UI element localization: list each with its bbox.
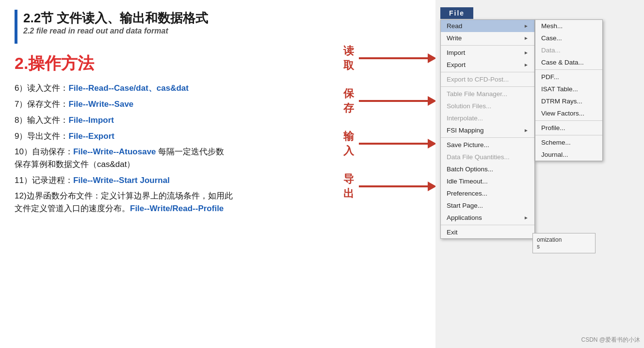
arrow-import-line — [359, 139, 436, 149]
menu-item-start-page[interactable]: Start Page... — [441, 199, 534, 212]
menu-item-save-picture[interactable]: Save Picture... — [441, 139, 534, 151]
section-header: 2.2节 文件读入、输出和数据格式 2.2 file read in read … — [15, 10, 325, 44]
arrow-export-line — [359, 182, 436, 191]
submenu-item-isat-table[interactable]: ISAT Table... — [535, 83, 602, 95]
menu-item-fsi-mapping[interactable]: FSI Mapping ► — [441, 124, 534, 136]
content-list: 6）读入文件：File--Read--Case/dat、cas&dat 7）保存… — [15, 82, 325, 216]
list-item-10b: 保存算例和数据文件（cas&dat） — [15, 158, 325, 172]
arrow-read-label: 读 取 — [330, 44, 354, 73]
submenu-item-pdf[interactable]: PDF... — [535, 71, 602, 83]
menu-item-export-cfd: Export to CFD-Post... — [441, 73, 534, 85]
submenu-item-mesh[interactable]: Mesh... — [535, 20, 602, 32]
menu-item-write[interactable]: Write ► — [441, 32, 534, 44]
arrow-save-label: 保 存 — [330, 86, 354, 116]
watermark: CSDN @爱看书的小沐 — [581, 336, 640, 344]
menu-item-solution-files: Solution Files... — [441, 100, 534, 112]
submenu-divider-2 — [535, 120, 602, 121]
arrow-save: 保 存 — [330, 86, 436, 116]
arrow-export-label: 导 出 — [330, 172, 354, 201]
list-item-7: 7）保存文件：File--Write--Save — [15, 98, 325, 112]
file-dropdown-menu: Read ► Write ► Import ► Export ► Export … — [440, 19, 535, 239]
customization-line-1: omization — [537, 236, 591, 243]
menu-divider-2 — [441, 72, 534, 72]
menu-divider-1 — [441, 45, 534, 46]
submenu-item-case[interactable]: Case... — [535, 32, 602, 44]
menu-item-read[interactable]: Read ► — [441, 20, 534, 32]
title-chinese: 2.2节 文件读入、输出和数据格式 — [23, 10, 208, 27]
read-submenu: Mesh... Case... Data... Case & Data... P… — [535, 19, 603, 161]
list-item-10: 10）自动保存：File--Write--Atuosave 每隔一定迭代步数 — [15, 146, 325, 158]
list-item-11: 11）记录进程：File--Write--Start Journal — [15, 174, 325, 188]
middle-arrows-area: 读 取 保 存 输 入 导 出 — [330, 44, 436, 201]
menu-item-export[interactable]: Export ► — [441, 59, 534, 71]
menu-item-idle-timeout[interactable]: Idle Timeout... — [441, 175, 534, 187]
list-item-9: 9）导出文件：File--Export — [15, 130, 325, 144]
arrow-right-icon: ► — [524, 50, 529, 55]
left-content: 2.2节 文件读入、输出和数据格式 2.2 file read in read … — [0, 0, 339, 348]
menu-item-exit[interactable]: Exit — [441, 226, 534, 238]
submenu-item-view-factors[interactable]: View Factors... — [535, 107, 602, 119]
menu-divider-4 — [441, 137, 534, 138]
list-item-12b: 文件定义管道入口的速度分布。File--Write/Read--Profile — [15, 202, 325, 216]
file-menu-button[interactable]: File — [440, 7, 473, 19]
submenu-divider-3 — [535, 135, 602, 135]
submenu-item-data: Data... — [535, 44, 602, 56]
arrow-right-icon: ► — [524, 128, 529, 133]
menu-item-preferences[interactable]: Preferences... — [441, 187, 534, 199]
menu-item-applications[interactable]: Applications ► — [441, 212, 534, 224]
menu-item-table-file: Table File Manager... — [441, 88, 534, 100]
header-text: 2.2节 文件读入、输出和数据格式 2.2 file read in read … — [23, 10, 208, 35]
blue-bar-decoration — [15, 10, 17, 44]
list-item-6: 6）读入文件：File--Read--Case/dat、cas&dat — [15, 82, 325, 96]
title-english: 2.2 file read in read out and data forma… — [23, 27, 208, 35]
arrow-read-line — [359, 53, 436, 63]
submenu-divider-1 — [535, 69, 602, 70]
arrow-read: 读 取 — [330, 44, 436, 73]
arrow-import-label: 输 入 — [330, 129, 354, 158]
list-item-12: 12)边界函数分布文件：定义计算边界上的流场条件，如用此 — [15, 190, 325, 202]
arrow-right-icon: ► — [524, 35, 529, 41]
arrow-right-icon: ► — [524, 215, 529, 220]
arrow-save-line — [359, 96, 436, 106]
arrow-import: 输 入 — [330, 129, 436, 158]
submenu-item-dtrm-rays[interactable]: DTRM Rays... — [535, 95, 602, 107]
menu-divider-5 — [441, 225, 534, 225]
arrow-right-icon: ► — [524, 23, 529, 29]
menu-item-import[interactable]: Import ► — [441, 47, 534, 59]
customization-overlay: omization s — [532, 233, 596, 253]
arrow-right-icon: ► — [524, 62, 529, 67]
list-item-8: 8）输入文件：File--Import — [15, 114, 325, 128]
right-area: File Read ► Write ► Import ► Export ► Ex… — [435, 0, 644, 348]
menu-divider-3 — [441, 86, 534, 87]
section-title: 2.操作方法 — [15, 52, 325, 75]
menu-item-data-file-qty: Data File Quantities... — [441, 151, 534, 163]
menu-item-batch-options[interactable]: Batch Options... — [441, 163, 534, 175]
arrow-export: 导 出 — [330, 172, 436, 201]
submenu-item-journal[interactable]: Journal... — [535, 149, 602, 161]
menu-item-interpolate: Interpolate... — [441, 112, 534, 124]
submenu-item-scheme[interactable]: Scheme... — [535, 136, 602, 149]
customization-line-2: s — [537, 243, 591, 250]
submenu-item-case-data[interactable]: Case & Data... — [535, 56, 602, 68]
submenu-item-profile[interactable]: Profile... — [535, 122, 602, 134]
